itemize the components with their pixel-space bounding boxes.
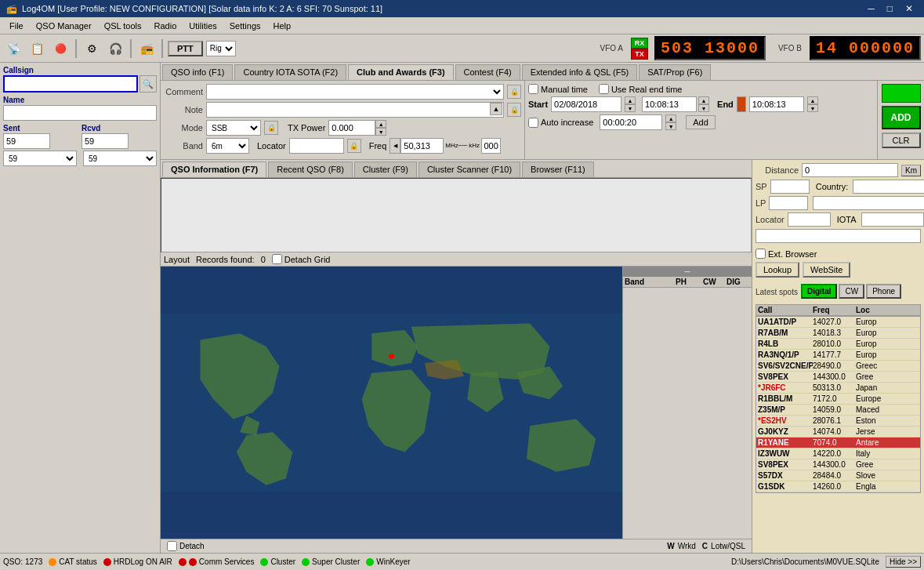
end-time-up[interactable]: ▲ [807, 96, 818, 104]
comment-lock-icon[interactable]: 🔒 [507, 85, 521, 99]
clr-button[interactable]: CLR [882, 133, 921, 148]
end-time-down[interactable]: ▼ [807, 104, 818, 112]
duration-input[interactable] [600, 114, 662, 130]
callsign-search-icon[interactable]: 🔍 [140, 75, 157, 93]
manual-time-label[interactable]: Manual time [528, 84, 588, 94]
date-down[interactable]: ▼ [625, 104, 636, 112]
spot-row[interactable]: RA3NQ/1/P14177.7Europ [756, 350, 920, 361]
date-input[interactable] [551, 96, 621, 112]
auto-increase-label[interactable]: Auto increase [528, 118, 593, 128]
spot-row[interactable]: UA1ATD/P14027.0Europ [756, 317, 920, 328]
manual-time-checkbox[interactable] [528, 84, 538, 94]
minimize-button[interactable]: ─ [863, 0, 879, 17]
spot-row[interactable]: R4LB28010.0Europ [756, 339, 920, 350]
tx-power-up[interactable]: ▲ [375, 120, 386, 128]
country-input[interactable] [853, 180, 924, 194]
digital-button[interactable]: Digital [801, 284, 838, 299]
freq-left[interactable]: ◀ [390, 138, 400, 154]
menu-settings[interactable]: Settings [223, 20, 267, 32]
spot-row[interactable]: G1SDK14260.0Engla [756, 481, 920, 492]
tx-power-input[interactable] [328, 120, 375, 136]
spot-row[interactable]: SV8PEX144300.0Gree [756, 459, 920, 470]
end-time-input[interactable] [749, 96, 804, 112]
spot-row[interactable]: *JR6FC50313.0Japan [756, 383, 920, 394]
duration-up[interactable]: ▲ [665, 114, 676, 122]
tab-cluster[interactable]: Cluster (F9) [354, 162, 417, 177]
rcvd-select[interactable]: 59 [83, 151, 157, 166]
note-input[interactable] [206, 102, 504, 118]
comment-input[interactable] [206, 84, 504, 100]
headphone-icon[interactable] [105, 38, 125, 59]
spot-row[interactable]: IZ3WUW14220.0Italy [756, 448, 920, 459]
log-icon[interactable] [27, 38, 47, 59]
stop-icon[interactable] [50, 38, 71, 59]
spot-row[interactable]: SV6/SV2CNE/P28490.0Greec [756, 361, 920, 372]
menu-qso-manager[interactable]: QSO Manager [30, 20, 98, 32]
band-select[interactable]: 6m [206, 138, 249, 154]
menu-radio[interactable]: Radio [148, 20, 183, 32]
locator-lock-icon[interactable]: 🔒 [347, 139, 361, 153]
wifi-icon[interactable] [3, 38, 24, 59]
lookup-button[interactable]: Lookup [756, 262, 799, 278]
rcvd-input[interactable] [82, 133, 129, 149]
start-time-down[interactable]: ▼ [698, 104, 709, 112]
detach-grid-label[interactable]: Detach Grid [272, 254, 331, 264]
distance-input[interactable] [802, 163, 898, 177]
iota-input[interactable] [861, 212, 924, 227]
phone-button[interactable]: Phone [866, 284, 901, 299]
detach-grid-checkbox[interactable] [272, 254, 282, 264]
lp-extra-input[interactable] [813, 196, 924, 210]
close-button[interactable]: ✕ [900, 0, 918, 17]
sent-input[interactable] [3, 133, 50, 149]
name-input[interactable] [3, 105, 157, 121]
tab-sat-prop[interactable]: SAT/Prop (F6) [639, 64, 711, 80]
mode-select[interactable]: SSB [206, 120, 261, 136]
callsign-input[interactable] [3, 75, 138, 93]
locator-input[interactable] [289, 138, 344, 154]
lp-input[interactable] [769, 196, 808, 210]
spot-row[interactable]: SV8PEX144300.0Gree [756, 372, 920, 383]
maximize-button[interactable]: □ [882, 0, 897, 17]
detach-checkbox[interactable] [167, 541, 177, 551]
date-up[interactable]: ▲ [625, 96, 636, 104]
rig-select[interactable]: Rig [206, 41, 236, 56]
tab-qso-info[interactable]: QSO info (F1) [162, 64, 233, 80]
ptt-button[interactable]: PTT [168, 41, 203, 56]
freq-suffix-input[interactable] [481, 138, 501, 154]
note-expand-icon[interactable]: ▲ [490, 103, 502, 115]
start-time-input[interactable] [642, 96, 697, 112]
settings-icon[interactable] [82, 38, 102, 59]
detach-label[interactable]: Detach [167, 541, 205, 551]
freq-input[interactable] [400, 138, 444, 154]
ext-browser-label[interactable]: Ext. Browser [756, 249, 921, 259]
sent-select[interactable]: 59 [3, 151, 77, 166]
km-button[interactable]: Km [901, 165, 921, 176]
spot-row[interactable]: R1BBL/M7172.0Europe [756, 394, 920, 405]
tx-power-down[interactable]: ▼ [375, 128, 386, 136]
tab-club-awards[interactable]: Club and Awards (F3) [348, 64, 453, 80]
tab-country-iota[interactable]: Country IOTA SOTA (F2) [234, 64, 346, 80]
duration-down[interactable]: ▼ [665, 122, 676, 130]
auto-increase-checkbox[interactable] [528, 118, 538, 128]
spot-row[interactable]: S57DX28484.0Slove [756, 470, 920, 481]
tab-contest[interactable]: Contest (F4) [455, 64, 520, 80]
note-lock-icon[interactable]: 🔒 [507, 103, 521, 117]
sp-input[interactable] [770, 180, 810, 194]
use-real-time-label[interactable]: Use Real end time [599, 84, 683, 94]
spot-row[interactable]: R7AB/M14018.3Europ [756, 328, 920, 339]
hide-button[interactable]: Hide >> [886, 556, 921, 568]
add-button[interactable]: ADD [882, 106, 921, 129]
start-time-up[interactable]: ▲ [698, 96, 709, 104]
menu-qsl-tools[interactable]: QSL tools [98, 20, 148, 32]
locator-info-input[interactable] [788, 212, 831, 227]
antenna-icon[interactable] [136, 38, 157, 59]
menu-utilities[interactable]: Utilities [183, 20, 223, 32]
add-time-button[interactable]: Add [686, 115, 716, 129]
spot-row[interactable]: R1YANE7074.0Antare [756, 437, 920, 448]
use-real-time-checkbox[interactable] [599, 84, 609, 94]
spot-row[interactable]: Z35M/P14059.0Maced [756, 405, 920, 416]
extra-input[interactable] [756, 229, 921, 243]
menu-help[interactable]: Help [267, 20, 298, 32]
tab-extended-qsl[interactable]: Extended info & QSL (F5) [522, 64, 638, 80]
mode-lock-icon[interactable]: 🔒 [264, 121, 278, 135]
